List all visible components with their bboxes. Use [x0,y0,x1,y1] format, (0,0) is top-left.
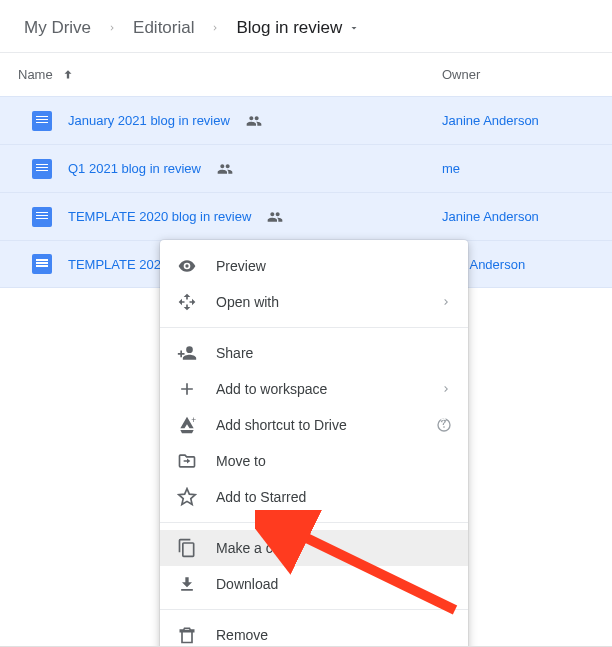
file-name: TEMPLATE 2020 blog in review [68,209,251,224]
download-icon [176,574,198,594]
menu-label: Remove [216,627,452,643]
menu-remove[interactable]: Remove [160,617,468,647]
breadcrumb-current-label: Blog in review [236,18,342,38]
file-owner: Janine Anderson [442,113,594,128]
menu-add-shortcut[interactable]: + Add shortcut to Drive [160,407,468,443]
chevron-right-icon [440,296,452,308]
open-with-icon [176,292,198,312]
menu-separator [160,522,468,523]
chevron-right-icon [202,23,228,33]
menu-label: Make a copy [216,540,452,556]
menu-preview[interactable]: Preview [160,248,468,284]
shared-icon [267,209,283,225]
shared-icon [217,161,233,177]
breadcrumb-editorial[interactable]: Editorial [127,14,200,42]
plus-icon [176,379,198,399]
menu-label: Add shortcut to Drive [216,417,418,433]
menu-label: Add to workspace [216,381,422,397]
menu-make-a-copy[interactable]: Make a copy [160,530,468,566]
arrow-up-icon [61,68,75,82]
menu-label: Open with [216,294,422,310]
breadcrumb: My Drive Editorial Blog in review [0,0,612,53]
menu-label: Download [216,576,452,592]
star-icon [176,487,198,507]
caret-down-icon [348,22,360,34]
file-owner: Janine Anderson [442,209,594,224]
menu-add-starred[interactable]: Add to Starred [160,479,468,515]
eye-icon [176,256,198,276]
file-name: TEMPLATE 202 [68,257,161,272]
shared-icon [246,113,262,129]
drive-shortcut-icon: + [176,415,198,435]
menu-share[interactable]: Share [160,335,468,371]
chevron-right-icon [440,383,452,395]
table-row[interactable]: January 2021 blog in review Janine Ander… [0,96,612,144]
chevron-right-icon [99,23,125,33]
column-header: Name Owner [0,53,612,96]
folder-move-icon [176,451,198,471]
column-owner-label: Owner [442,67,480,82]
table-row[interactable]: Q1 2021 blog in review me [0,144,612,192]
menu-download[interactable]: Download [160,566,468,602]
file-name: Q1 2021 blog in review [68,161,201,176]
copy-icon [176,538,198,558]
menu-label: Preview [216,258,452,274]
breadcrumb-current[interactable]: Blog in review [230,14,366,42]
context-menu: Preview Open with Share Add to workspace… [160,240,468,647]
file-owner: me [442,161,594,176]
menu-label: Share [216,345,452,361]
person-add-icon [176,343,198,363]
menu-label: Move to [216,453,452,469]
menu-open-with[interactable]: Open with [160,284,468,320]
breadcrumb-root[interactable]: My Drive [18,14,97,42]
help-icon [436,417,452,433]
svg-text:+: + [191,415,196,425]
doc-icon [32,159,52,179]
column-name[interactable]: Name [18,67,442,82]
doc-icon [32,111,52,131]
menu-add-to-workspace[interactable]: Add to workspace [160,371,468,407]
column-owner[interactable]: Owner [442,67,594,82]
menu-label: Add to Starred [216,489,452,505]
column-name-label: Name [18,67,53,82]
table-row[interactable]: TEMPLATE 2020 blog in review Janine Ande… [0,192,612,240]
menu-separator [160,609,468,610]
doc-icon [32,254,52,274]
menu-move-to[interactable]: Move to [160,443,468,479]
file-name: January 2021 blog in review [68,113,230,128]
menu-separator [160,327,468,328]
doc-icon [32,207,52,227]
trash-icon [176,625,198,645]
